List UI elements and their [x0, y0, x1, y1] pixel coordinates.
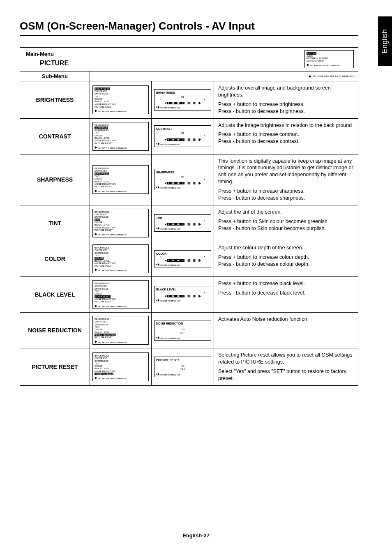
- rows-container: BRIGHTNESSBRIGHTNESSCONTRASTSHARPNESSTIN…: [20, 81, 358, 385]
- submenu-osd-preview: BRIGHTNESSCONTRASTSHARPNESSTINTCOLORBLAC…: [92, 209, 149, 237]
- submenu-osd-item: PICTURE RESET: [95, 336, 147, 339]
- detail-osd-preview: NOISE REDUCTIONONOFF:SEL EXIT:PRE MENU:E…: [154, 320, 211, 341]
- desc-line: Press - button to Skin colour becomes pu…: [218, 225, 354, 232]
- row-label: BLACK LEVEL: [20, 277, 90, 312]
- detail-heading: BRIGHTNESS: [156, 91, 209, 94]
- desc-instructions: Press + button to increase brightness.Pr…: [218, 101, 354, 115]
- updown-icon: [95, 146, 98, 149]
- menu-row: BRIGHTNESSBRIGHTNESSCONTRASTSHARPNESSTIN…: [20, 81, 358, 118]
- detail-osd-preview: BRIGHTNESS50-+:SEL EXIT:PRE MENU:END: [154, 89, 211, 111]
- detail-heading: TINT: [156, 216, 209, 220]
- slider-end-labels: -+: [156, 135, 209, 137]
- updown-icon: [95, 233, 98, 235]
- slider-track: [167, 138, 198, 141]
- desc-line: Press - button to decrease contrast.: [218, 138, 354, 145]
- detail-osd-nav: :SEL EXIT:PRE MENU:END: [156, 299, 209, 302]
- submenu-osd-item: PICTURE RESET: [95, 265, 147, 267]
- row-description: Press + button to increase black level.P…: [214, 277, 358, 312]
- sub-menu-header: Sub-Menu: [20, 71, 90, 81]
- submenu-osd-item: PICTURE RESET: [95, 106, 147, 108]
- detail-options: ONOFF: [156, 328, 209, 335]
- desc-line: Press + button to increase brightness.: [218, 101, 354, 108]
- detail-osd-nav: :SEL EXIT:PRE MENU:END: [156, 106, 209, 109]
- detail-value: 50: [156, 96, 209, 99]
- row-description: Adjusts the overall image and background…: [214, 81, 358, 118]
- detail-options: NOYES: [156, 364, 209, 371]
- submenu-osd-item: PICTURE RESET: [95, 142, 147, 145]
- slider-minus-label: -: [160, 135, 161, 137]
- detail-heading: CONTRAST: [156, 127, 209, 131]
- main-menu-header: Main-Menu: [26, 51, 352, 57]
- menu-row: PICTURE RESETBRIGHTNESSCONTRASTSHARPNESS…: [20, 348, 358, 385]
- detail-osd-nav: :SEL EXIT:PRE MENU:END: [156, 373, 209, 376]
- language-tab: English: [378, 16, 392, 66]
- desc-line: Press + button to increase sharpness.: [218, 188, 354, 195]
- detail-osd-nav: :SEL EXIT:PRE MENU:END: [156, 227, 209, 230]
- leftright-icon: [156, 106, 159, 108]
- menu-row: TINTBRIGHTNESSCONTRASTSHARPNESSTINTCOLOR…: [20, 205, 358, 241]
- submenu-osd-preview: BRIGHTNESSCONTRASTSHARPNESSTINTCOLORBLAC…: [92, 316, 149, 345]
- triangle-right-icon: [199, 259, 201, 262]
- slider: [156, 102, 209, 104]
- submenu-osd-preview-cell: BRIGHTNESSCONTRASTSHARPNESSTINTCOLORBLAC…: [90, 154, 152, 205]
- row-label: NOISE REDUCTION: [20, 313, 90, 348]
- row-description: This function is digitally capable to ke…: [214, 154, 358, 205]
- desc-para: Adjust the tint of the screen.: [218, 209, 354, 216]
- submenu-osd-item: PICTURE RESET: [95, 300, 147, 303]
- content-table: Main-Menu PICTURE PICTUREAUDIOPICTURE IN…: [20, 47, 358, 386]
- slider-plus-label: +: [204, 220, 205, 222]
- detail-osd-preview: CONTRAST50-+:SEL EXIT:PRE MENU:END: [154, 125, 211, 147]
- submenu-osd-nav: :SEL EXIT:PRE SET:NEXT MENU:END: [95, 233, 147, 236]
- updown-icon: [95, 190, 98, 192]
- slider-minus-label: -: [160, 99, 161, 101]
- detail-option: ON: [156, 328, 209, 331]
- desc-line: Press - button to decrease brightness.: [218, 108, 354, 115]
- detail-osd-preview-cell: PICTURE RESETNOYES:SEL EXIT:PRE MENU:END: [152, 348, 214, 385]
- detail-heading: COLOR: [156, 252, 209, 256]
- detail-osd-preview: TINT-+:SEL EXIT:PRE MENU:END: [154, 214, 211, 232]
- slider-plus-label: +: [204, 291, 205, 294]
- row-label: BRIGHTNESS: [20, 81, 90, 118]
- submenu-osd-preview: BRIGHTNESSCONTRASTSHARPNESSTINTCOLORBLAC…: [92, 280, 149, 309]
- detail-option: NO: [156, 364, 209, 368]
- desc-para: Activates Auto Noise reduction function.: [218, 316, 354, 323]
- slider: [156, 295, 209, 297]
- updown-icon: [95, 377, 98, 379]
- main-menu-title: PICTURE: [26, 57, 352, 69]
- page-title: OSM (On-Screen-Manager) Controls - AV In…: [20, 20, 358, 36]
- slider-end-labels: -+: [156, 178, 209, 181]
- slider-plus-label: +: [204, 178, 205, 181]
- desc-line: Press - button to decrease black level.: [218, 290, 354, 297]
- menu-row: COLORBRIGHTNESSCONTRASTSHARPNESSTINTCOLO…: [20, 241, 358, 276]
- triangle-left-icon: [165, 182, 166, 184]
- menu-row: SHARPNESSBRIGHTNESSCONTRASTSHARPNESSTINT…: [20, 154, 358, 205]
- submenu-osd-nav: :SEL EXIT:PRE SET:NEXT MENU:END: [95, 269, 147, 272]
- desc-para: Adjusts the image brightness in relation…: [218, 122, 354, 129]
- submenu-osd-preview-cell: BRIGHTNESSCONTRASTSHARPNESSTINTCOLORBLAC…: [90, 119, 152, 154]
- submenu-osd-preview-cell: BRIGHTNESSCONTRASTSHARPNESSTINTCOLORBLAC…: [90, 313, 152, 348]
- language-tab-label: English: [381, 29, 390, 53]
- slider: [156, 138, 209, 141]
- leftright-icon: [156, 373, 159, 375]
- detail-osd-preview-cell: CONTRAST50-+:SEL EXIT:PRE MENU:END: [152, 119, 214, 154]
- updown-icon: [309, 75, 312, 78]
- triangle-left-icon: [165, 259, 166, 262]
- mini-main-nav-rendered: :SEL EXIT:PRE SET:NEXT MENU:END: [310, 65, 340, 67]
- slider-track: [167, 182, 198, 184]
- slider-end-labels: -+: [156, 220, 209, 222]
- triangle-left-icon: [165, 223, 166, 226]
- submenu-osd-item: PICTURE RESET: [95, 185, 147, 188]
- detail-option: YES: [156, 368, 209, 371]
- detail-heading: NOISE REDUCTION: [156, 322, 209, 325]
- submenu-osd-nav: :SEL EXIT:PRE SET:NEXT MENU:END: [95, 305, 147, 308]
- slider-track: [167, 295, 198, 297]
- detail-osd-nav: :SEL EXIT:PRE MENU:END: [156, 143, 209, 146]
- row-description: Adjusts the image brightness in relation…: [214, 119, 358, 154]
- row-description: Activates Auto Noise reduction function.: [214, 313, 358, 348]
- menu-row: NOISE REDUCTIONBRIGHTNESSCONTRASTSHARPNE…: [20, 312, 358, 348]
- leftright-icon: [156, 143, 159, 145]
- desc-line: Press + button to increase contrast.: [218, 131, 354, 138]
- sub-menu-nav-helper: :SEL EXIT:PRE SET:NEXT MENU:END: [90, 71, 358, 81]
- slider: [156, 259, 209, 262]
- detail-osd-preview-cell: COLOR-+:SEL EXIT:PRE MENU:END: [152, 241, 214, 276]
